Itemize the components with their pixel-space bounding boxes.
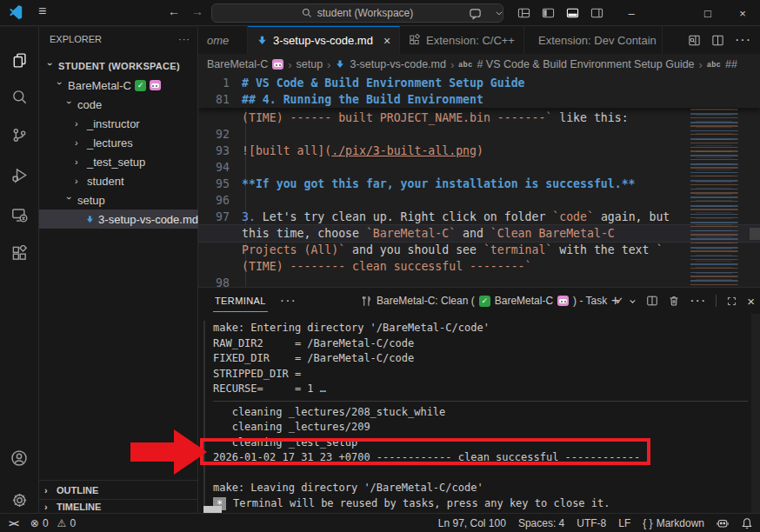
- breadcrumb-file[interactable]: 3-setup-vs-code.md: [350, 58, 445, 70]
- maximize-icon[interactable]: □: [690, 0, 725, 26]
- sidebar-more-icon[interactable]: ···: [178, 34, 190, 44]
- encoding-setting[interactable]: UTF-8: [577, 517, 606, 529]
- minimap[interactable]: [687, 76, 748, 285]
- copilot-status-icon[interactable]: [717, 517, 729, 529]
- line-text: 3. Let's try clean up. Right click on fo…: [242, 209, 670, 225]
- cursor-position[interactable]: Ln 97, Col 100: [438, 517, 506, 529]
- tree-item-label: code: [77, 98, 102, 111]
- tree-item--lectures[interactable]: ›_lectures: [39, 133, 198, 152]
- toggle-secondary-sidebar-icon[interactable]: [584, 0, 609, 26]
- timeline-section[interactable]: ›TIMELINE: [39, 499, 198, 513]
- tree-item-setup[interactable]: ›setup: [39, 190, 198, 209]
- breadcrumb[interactable]: BareMetal-C › setup › 3-setup-vs-code.md…: [198, 54, 760, 75]
- eol-setting[interactable]: LF: [618, 517, 630, 529]
- tab-welcome-partial[interactable]: ome: [198, 26, 248, 54]
- editor-line[interactable]: 973. Let's try clean up. Right click on …: [198, 209, 760, 225]
- tab-3-setup-vs-code[interactable]: 3-setup-vs-code.md ×: [248, 26, 400, 54]
- remote-explorer-icon[interactable]: [0, 197, 38, 232]
- editor-line[interactable]: this time, choose `BareMetal-C` and `Cle…: [198, 225, 760, 242]
- chevron-down-icon[interactable]: [487, 0, 511, 26]
- close-window-icon[interactable]: ×: [725, 0, 760, 26]
- terminal-more-actions-icon[interactable]: ···: [690, 293, 706, 309]
- problems-indicator[interactable]: ⊗0 ⚠0: [30, 517, 76, 529]
- divider: [716, 295, 717, 307]
- chevron-icon: ›: [75, 137, 83, 148]
- outline-section[interactable]: ›OUTLINE: [39, 480, 198, 499]
- maximize-panel-icon[interactable]: [726, 296, 737, 307]
- code-segment: (TIME) ------ built PROJECT_NAME.bin ---…: [242, 111, 552, 124]
- terminal-scrollbar[interactable]: [751, 314, 760, 513]
- code-segment: ![built all](: [242, 144, 331, 157]
- tree-item-3-setup-vs-code-md[interactable]: 3-setup-vs-code.md: [39, 209, 198, 229]
- back-arrow-icon[interactable]: ←: [168, 4, 180, 18]
- editor-line[interactable]: (TIME) ------ built PROJECT_NAME.bin ---…: [198, 110, 760, 126]
- split-editor-icon[interactable]: [711, 34, 724, 47]
- toggle-panel-icon[interactable]: [560, 0, 584, 26]
- extensions-icon[interactable]: [0, 236, 38, 270]
- panel-more-icon[interactable]: ···: [280, 293, 297, 309]
- editor-line[interactable]: 93![built all](./pix/3-built-all.png): [198, 143, 760, 159]
- search-command-center[interactable]: student (Workspace): [211, 3, 503, 23]
- tab-extension-cpp[interactable]: Extension: C/C++: [400, 26, 524, 54]
- tree-item-student-workspace-[interactable]: ›STUDENT (WORKSPACE): [39, 57, 198, 76]
- editor-line[interactable]: 92: [198, 126, 760, 143]
- tree-item-student[interactable]: ›student: [39, 171, 198, 190]
- editor-scrollbar[interactable]: [750, 228, 760, 240]
- tree-item-baremetal-c[interactable]: ›BareMetal-C✓: [39, 76, 198, 95]
- editor-line[interactable]: Projects (All)` and you should see `term…: [198, 242, 760, 258]
- tree-item-code[interactable]: ›code: [39, 95, 198, 114]
- split-terminal-icon[interactable]: [646, 295, 658, 307]
- language-label: Markdown: [657, 517, 704, 529]
- language-mode[interactable]: { }Markdown: [643, 517, 704, 529]
- copilot-icon[interactable]: [463, 0, 487, 26]
- editor-line[interactable]: 94: [198, 159, 760, 176]
- line-text: (TIME) ------ built PROJECT_NAME.bin ---…: [242, 110, 629, 126]
- tree-item--instructor[interactable]: ›_instructor: [39, 114, 198, 133]
- open-preview-icon[interactable]: [688, 34, 701, 47]
- explorer-activity-icon[interactable]: [0, 43, 38, 77]
- editor-line[interactable]: (TIME) -------- clean successful -------…: [198, 258, 760, 275]
- notifications-bell-icon[interactable]: [741, 517, 753, 529]
- kill-terminal-trash-icon[interactable]: [668, 295, 680, 307]
- line-number: 95: [198, 176, 242, 192]
- account-icon[interactable]: [0, 441, 38, 475]
- editor-line[interactable]: 98: [198, 275, 760, 287]
- tab-extension-devcontainers[interactable]: Extension: Dev Contain: [524, 26, 663, 54]
- toggle-primary-sidebar-icon[interactable]: [536, 0, 560, 26]
- remote-indicator[interactable]: ><: [9, 518, 18, 529]
- indentation-setting[interactable]: Spaces: 4: [518, 517, 564, 529]
- terminal-text: make: Entering directory '/BareMetal-C/c…: [213, 321, 490, 336]
- sticky-line[interactable]: 1# VS Code & Build Environment Setup Gui…: [198, 75, 760, 91]
- markdown-editor[interactable]: (TIME) ------ built PROJECT_NAME.bin ---…: [198, 75, 760, 287]
- settings-gear-icon[interactable]: [0, 482, 38, 517]
- breadcrumb-folder[interactable]: setup: [297, 58, 323, 70]
- code-segment: `BareMetal-C`: [366, 227, 456, 240]
- forward-arrow-icon[interactable]: →: [191, 4, 203, 18]
- close-tab-icon[interactable]: ×: [383, 34, 390, 48]
- editor-line[interactable]: 96: [198, 192, 760, 209]
- terminal-tab[interactable]: TERMINAL: [213, 289, 268, 312]
- editor-more-actions-icon[interactable]: ···: [735, 32, 751, 48]
- search-icon: [302, 8, 312, 18]
- terminal-dropdown-chevron-icon[interactable]: [629, 297, 637, 305]
- tree-item-label: STUDENT (WORKSPACE): [58, 61, 180, 71]
- source-control-icon[interactable]: [0, 117, 38, 152]
- menu-icon[interactable]: ≡: [38, 3, 46, 19]
- terminal-task-selector[interactable]: BareMetal-C: Clean ( ✓ BareMetal-C ) - T…: [361, 288, 623, 314]
- customize-layout-icon[interactable]: [511, 0, 536, 26]
- sticky-line[interactable]: 81## 4. Running the Build Environment: [198, 91, 760, 108]
- editor-line[interactable]: 95**If you got this far, your installati…: [198, 176, 760, 192]
- breadcrumb-heading1[interactable]: # VS Code & Build Environment Setup Guid…: [477, 58, 694, 70]
- tree-item--test-setup[interactable]: ›_test_setup: [39, 152, 198, 171]
- terminal-text: STRIPPED_DIR =: [213, 367, 301, 382]
- run-debug-icon[interactable]: [0, 157, 38, 192]
- sticky-heading: # VS Code & Build Environment Setup Guid…: [242, 75, 525, 91]
- close-panel-icon[interactable]: ×: [747, 294, 755, 309]
- minimize-icon[interactable]: –: [614, 0, 649, 26]
- search-activity-icon[interactable]: [0, 79, 38, 114]
- breadcrumb-root[interactable]: BareMetal-C: [207, 58, 268, 70]
- new-terminal-icon[interactable]: +: [611, 293, 619, 309]
- breadcrumb-heading2[interactable]: ##: [725, 58, 737, 70]
- warning-count: 0: [70, 517, 76, 529]
- terminal-output[interactable]: make: Entering directory '/BareMetal-C/c…: [213, 321, 748, 511]
